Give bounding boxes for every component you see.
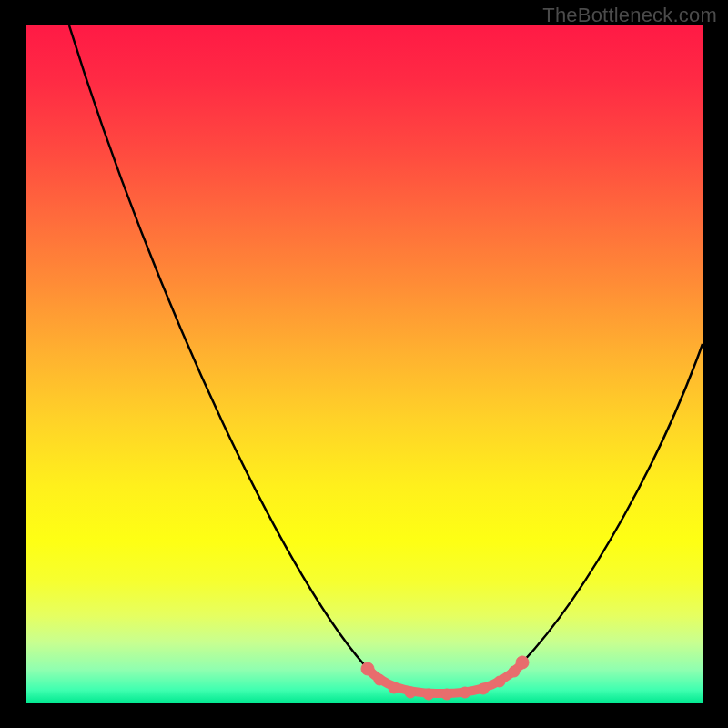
- svg-point-3: [405, 687, 416, 698]
- svg-point-1: [374, 674, 385, 685]
- svg-point-5: [441, 689, 452, 700]
- plot-area: [26, 25, 703, 703]
- bottleneck-curve: [26, 25, 703, 703]
- svg-point-6: [460, 687, 470, 698]
- curve-path: [69, 25, 703, 693]
- svg-point-7: [478, 683, 489, 694]
- svg-point-0: [361, 662, 374, 675]
- svg-point-10: [516, 656, 529, 669]
- compatibility-band: [361, 656, 529, 700]
- watermark-text: TheBottleneck.com: [542, 4, 717, 27]
- svg-point-2: [389, 682, 399, 693]
- svg-point-4: [423, 689, 434, 700]
- chart-frame: TheBottleneck.com: [0, 0, 728, 728]
- svg-point-9: [509, 666, 520, 677]
- svg-point-8: [494, 676, 505, 687]
